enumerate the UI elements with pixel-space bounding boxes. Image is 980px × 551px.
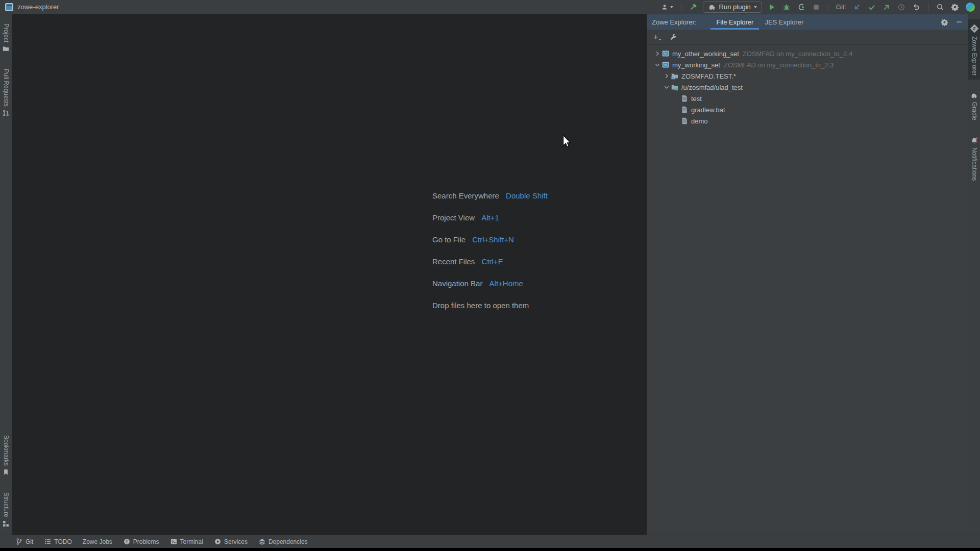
- problems-icon: [123, 538, 131, 545]
- wrench-icon: [669, 33, 677, 41]
- sidebar-item-bookmarks[interactable]: Bookmarks: [0, 431, 12, 480]
- mouse-cursor: [562, 135, 571, 148]
- tool-window-title: Zowe Explorer:: [652, 18, 696, 26]
- user-accounts-button[interactable]: [659, 2, 674, 12]
- git-push-button[interactable]: [881, 2, 892, 12]
- hint-navigation-bar: Navigation Bar Alt+Home: [432, 279, 548, 289]
- hide-tool-window-button[interactable]: [955, 18, 963, 26]
- add-working-set-button[interactable]: +: [653, 34, 662, 41]
- tree-row[interactable]: my_other_working_set ZOSMFAD on my_conne…: [647, 48, 968, 59]
- hint-go-to-file: Go to File Ctrl+Shift+N: [432, 235, 548, 245]
- tab-jes-explorer[interactable]: JES Explorer: [759, 14, 809, 30]
- gear-icon: [951, 3, 959, 11]
- profiler-icon: [797, 3, 805, 11]
- terminal-icon: [170, 538, 178, 545]
- git-commit-button[interactable]: [867, 2, 877, 12]
- tree-row[interactable]: /u/zosmfad/ulad_test: [647, 82, 968, 93]
- statusbar-services[interactable]: Services: [214, 538, 248, 545]
- dataset-folder-icon: DS: [671, 72, 679, 80]
- statusbar-zowe-jobs[interactable]: Zowe Jobs: [83, 538, 112, 545]
- zowe-explorer-panel: Zowe Explorer: File Explorer JES Explore…: [646, 14, 968, 535]
- drop-files-hint: Drop files here to open them: [432, 300, 548, 311]
- search-everywhere-button[interactable]: [935, 2, 945, 12]
- build-button[interactable]: [688, 2, 698, 12]
- main-toolbar: Run plugin Git:: [659, 2, 976, 13]
- statusbar-problems[interactable]: Problems: [123, 538, 159, 545]
- ide-window: zowe-explorer Run plugin: [0, 0, 980, 551]
- settings-button[interactable]: [950, 2, 960, 12]
- chevron-down-icon: [754, 6, 757, 8]
- working-set-icon: [662, 49, 670, 58]
- rollback-button[interactable]: [911, 2, 921, 12]
- uss-folder-icon: [671, 83, 679, 91]
- gradle-icon: [708, 3, 716, 11]
- sidebar-item-pull-requests[interactable]: Pull Requests: [0, 65, 12, 121]
- file-explorer-tree: my_other_working_set ZOSMFAD on my_conne…: [647, 45, 968, 127]
- chevron-down-icon: [670, 6, 673, 8]
- edit-working-sets-button[interactable]: [669, 33, 677, 41]
- statusbar-terminal[interactable]: Terminal: [170, 538, 203, 545]
- app-icon: [5, 3, 13, 11]
- tree-row[interactable]: DS ZOSMFAD.TEST.*: [647, 70, 968, 82]
- search-icon: [936, 3, 944, 11]
- chevron-down-icon: [658, 39, 662, 40]
- run-configuration-select[interactable]: Run plugin: [703, 2, 762, 13]
- history-button[interactable]: [896, 2, 906, 12]
- clock-icon: [897, 3, 905, 11]
- window-title: zowe-explorer: [17, 3, 59, 11]
- tree-row[interactable]: demo: [647, 115, 968, 127]
- tool-window-options-button[interactable]: [941, 18, 948, 26]
- checkmark-icon: [868, 3, 876, 11]
- arrow-up-right-icon: [883, 3, 891, 11]
- avatar: [966, 3, 975, 12]
- statusbar-todo[interactable]: TODO: [44, 538, 71, 545]
- play-icon: [768, 3, 776, 11]
- sidebar-item-gradle[interactable]: Gradle: [968, 88, 980, 124]
- git-branch-icon: [15, 538, 23, 545]
- run-button[interactable]: [767, 2, 777, 12]
- plus-icon: +: [653, 34, 658, 41]
- chevron-right-icon[interactable]: [662, 72, 671, 80]
- git-update-button[interactable]: [852, 2, 862, 12]
- hint-project-view: Project View Alt+1: [432, 213, 548, 223]
- chevron-down-icon[interactable]: [662, 83, 671, 91]
- statusbar-git[interactable]: Git: [15, 538, 33, 545]
- hammer-icon: [689, 3, 697, 11]
- bug-icon: [782, 3, 791, 11]
- sidebar-item-zowe-explorer[interactable]: Z Zowe Explorer: [968, 19, 980, 80]
- profiler-button[interactable]: [796, 2, 806, 12]
- run-configuration-label: Run plugin: [719, 3, 751, 11]
- status-bar: Git TODO Zowe Jobs Problems Terminal Ser…: [0, 535, 980, 548]
- tree-row[interactable]: test: [647, 93, 968, 104]
- tree-row[interactable]: my_working_set ZOSMFAD on my_connection_…: [647, 59, 968, 70]
- dependencies-layers-icon: [258, 538, 266, 545]
- svg-text:DS: DS: [672, 77, 675, 79]
- sidebar-item-notifications[interactable]: Notifications: [968, 133, 980, 185]
- user-icon: [660, 3, 669, 11]
- statusbar-dependencies[interactable]: Dependencies: [258, 538, 308, 545]
- hint-search-everywhere: Search Everywhere Double Shift: [432, 191, 548, 201]
- sidebar-item-structure[interactable]: Structure: [0, 488, 12, 532]
- account-avatar[interactable]: [965, 2, 976, 13]
- file-icon: [680, 117, 689, 125]
- right-tool-window-stripe: Z Zowe Explorer Gradle Notifications: [968, 14, 980, 535]
- file-icon: [680, 106, 689, 114]
- chevron-down-icon[interactable]: [653, 61, 662, 69]
- tree-row[interactable]: gradlew.bat: [647, 104, 968, 115]
- tab-file-explorer[interactable]: File Explorer: [710, 14, 759, 30]
- bookmark-icon: [2, 468, 10, 476]
- tool-window-header: Zowe Explorer: File Explorer JES Explore…: [647, 14, 968, 30]
- stop-icon: [812, 3, 820, 11]
- stop-button[interactable]: [811, 2, 821, 12]
- working-set-icon: [662, 61, 670, 69]
- debug-button[interactable]: [781, 2, 792, 12]
- chevron-right-icon[interactable]: [653, 49, 662, 58]
- services-icon: [214, 538, 222, 545]
- toolbar-separator: [928, 3, 928, 11]
- keyboard-shortcut-hints: Search Everywhere Double Shift Project V…: [432, 191, 548, 322]
- undo-icon: [912, 3, 920, 11]
- arrow-down-left-icon: [853, 3, 861, 11]
- editor-area: Search Everywhere Double Shift Project V…: [12, 14, 646, 535]
- sidebar-item-project[interactable]: Project: [0, 19, 12, 57]
- todo-list-icon: [44, 538, 52, 545]
